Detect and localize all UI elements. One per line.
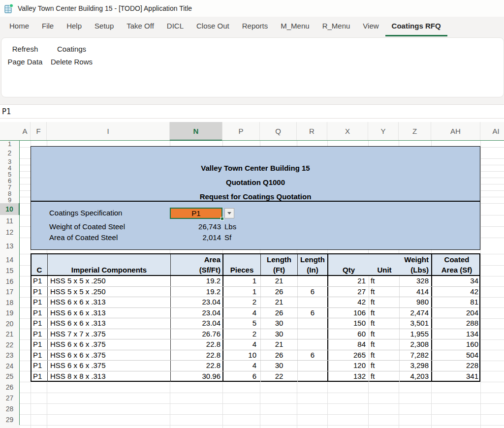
cell-unit[interactable]: ft	[369, 329, 400, 339]
cell-weight-lbs[interactable]: 980	[400, 297, 432, 307]
cell-pieces[interactable]: 10	[223, 350, 261, 361]
cell-area-sfft[interactable]: 30.96	[171, 371, 223, 382]
cell-component[interactable]: HSS 6 x 6 x .313	[48, 318, 171, 329]
column-header-r[interactable]: R	[297, 122, 327, 140]
cell-coated-area[interactable]: 81	[432, 297, 481, 307]
cell-length-in[interactable]	[298, 297, 328, 307]
cell-length-in[interactable]	[298, 339, 328, 350]
weight-of-coated-steel-value[interactable]: 26,743	[170, 222, 221, 231]
cell-weight-lbs[interactable]: 328	[400, 276, 432, 286]
cell-component[interactable]: HSS 5 x 5 x .250	[48, 276, 171, 286]
row-header-26[interactable]: 26	[0, 382, 20, 393]
cell-weight-lbs[interactable]: 4,203	[400, 371, 432, 382]
cell-pieces[interactable]: 1	[223, 276, 261, 286]
cell-c[interactable]: P1	[32, 276, 48, 286]
row-header-20[interactable]: 20	[0, 318, 20, 329]
row-header-16[interactable]: 16	[0, 276, 20, 286]
column-header-ai[interactable]: AI	[480, 122, 504, 140]
cell-c[interactable]: P1	[32, 318, 48, 329]
row-header-11[interactable]: 11	[0, 215, 20, 226]
cell-length-ft[interactable]: 30	[261, 318, 298, 329]
cell-c[interactable]: P1	[32, 361, 48, 371]
cell-component[interactable]: HSS 6 x 6 x .313	[48, 308, 171, 318]
cell-c[interactable]: P1	[32, 297, 48, 307]
cell-length-in[interactable]	[298, 371, 328, 382]
column-header-n[interactable]: N	[170, 122, 222, 141]
cell-weight-lbs[interactable]: 2,308	[400, 339, 432, 350]
cell-component[interactable]: HSS 6 x 6 x .375	[48, 361, 171, 371]
cell-pieces[interactable]: 4	[223, 308, 261, 318]
cell-length-ft[interactable]: 21	[261, 297, 298, 307]
cell-area-sfft[interactable]: 23.04	[171, 308, 223, 318]
coatings-delete-rows-button[interactable]: Coatings Delete Rows	[47, 41, 96, 70]
cell-length-ft[interactable]: 30	[261, 361, 298, 371]
cell-pieces[interactable]: 4	[223, 361, 261, 371]
cell-coated-area[interactable]: 160	[432, 339, 481, 350]
cell-weight-lbs[interactable]: 2,474	[400, 308, 432, 318]
sheet-grid[interactable]: Valley Town Center Building 15Quotation …	[20, 141, 504, 428]
column-header-i[interactable]: I	[47, 122, 170, 140]
cell-unit[interactable]: ft	[369, 276, 400, 286]
cell-length-ft[interactable]: 26	[261, 308, 298, 318]
cell-area-sfft[interactable]: 19.2	[171, 276, 223, 286]
cell-pieces[interactable]: 2	[223, 329, 261, 339]
row-header-21[interactable]: 21	[0, 329, 20, 339]
cell-area-sfft[interactable]: 26.76	[171, 329, 223, 339]
cell-area-sfft[interactable]: 19.2	[171, 287, 223, 297]
cell-qty[interactable]: 27	[328, 287, 369, 297]
cell-unit[interactable]: ft	[369, 287, 400, 297]
cell-weight-lbs[interactable]: 3,298	[400, 361, 432, 371]
cell-coated-area[interactable]: 134	[432, 329, 481, 339]
cell-unit[interactable]: ft	[369, 350, 400, 361]
menu-item-m-menu[interactable]: M_Menu	[274, 17, 315, 36]
cell-area-sfft[interactable]: 22.8	[171, 361, 223, 371]
cell-length-in[interactable]	[298, 329, 328, 339]
cell-qty[interactable]: 120	[328, 361, 369, 371]
cell-pieces[interactable]: 6	[223, 371, 261, 382]
column-header-f[interactable]: F	[31, 122, 47, 140]
cell-unit[interactable]: ft	[369, 361, 400, 371]
row-header-13[interactable]: 13	[0, 238, 20, 254]
cell-unit[interactable]: ft	[369, 339, 400, 350]
menu-item-reports[interactable]: Reports	[236, 17, 275, 36]
cell-coated-area[interactable]: 204	[432, 308, 481, 318]
cell-length-in[interactable]: 6	[298, 350, 328, 361]
cell-c[interactable]: P1	[32, 339, 48, 350]
cell-qty[interactable]: 132	[328, 371, 369, 382]
column-header-a[interactable]: A	[20, 122, 31, 140]
coatings-specification-cell[interactable]: P1	[170, 208, 222, 219]
row-header-27[interactable]: 27	[0, 393, 20, 403]
cell-component[interactable]: HSS 7 x 7 x .375	[48, 329, 171, 339]
cell-length-ft[interactable]: 26	[261, 350, 298, 361]
row-header-23[interactable]: 23	[0, 350, 20, 361]
cell-qty[interactable]: 60	[328, 329, 369, 339]
cell-unit[interactable]: ft	[369, 371, 400, 382]
cell-pieces[interactable]: 1	[223, 287, 261, 297]
row-header-1[interactable]: 1	[0, 141, 20, 147]
cell-qty[interactable]: 42	[328, 297, 369, 307]
cell-length-ft[interactable]: 26	[261, 287, 298, 297]
row-header-24[interactable]: 24	[0, 361, 20, 371]
cell-c[interactable]: P1	[32, 287, 48, 297]
cell-weight-lbs[interactable]: 414	[400, 287, 432, 297]
menu-item-coatings-rfq[interactable]: Coatings RFQ	[385, 17, 447, 36]
row-header-9[interactable]: 9	[0, 197, 20, 203]
column-header-z[interactable]: Z	[399, 122, 431, 140]
column-header-p[interactable]: P	[222, 122, 260, 140]
row-header-12[interactable]: 12	[0, 226, 20, 238]
column-header-q[interactable]: Q	[260, 122, 297, 140]
cell-area-sfft[interactable]: 23.04	[171, 318, 223, 329]
column-header-y[interactable]: Y	[368, 122, 399, 140]
cell-c[interactable]: P1	[32, 371, 48, 382]
cell-length-in[interactable]	[298, 361, 328, 371]
cell-component[interactable]: HSS 8 x 8 x .313	[48, 371, 171, 382]
menu-item-view[interactable]: View	[356, 17, 385, 36]
menu-item-r-menu[interactable]: R_Menu	[316, 17, 357, 36]
cell-component[interactable]: HSS 6 x 6 x .375	[48, 339, 171, 350]
column-header-x[interactable]: X	[327, 122, 368, 140]
cell-weight-lbs[interactable]: 7,282	[400, 350, 432, 361]
refresh-page-data-button[interactable]: Refresh Page Data	[3, 41, 47, 70]
cell-qty[interactable]: 265	[328, 350, 369, 361]
cell-coated-area[interactable]: 34	[432, 276, 481, 286]
column-header-ah[interactable]: AH	[431, 122, 480, 140]
